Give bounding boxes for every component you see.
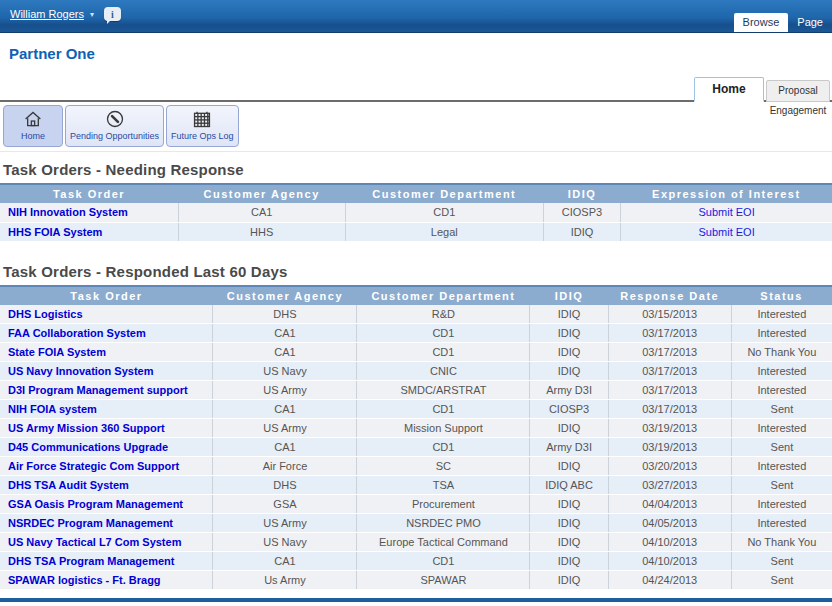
task-order-link[interactable]: HHS FOIA System: [8, 226, 102, 238]
pending-opportunities-icon: [105, 109, 125, 129]
table-row: D45 Communications UpgradeCA1CD1Army D3I…: [0, 438, 832, 457]
cell: Procurement: [357, 495, 530, 514]
table-row: DHS LogisticsDHSR&DIDIQ03/15/2013Interes…: [0, 305, 832, 324]
task-order-link[interactable]: DHS TSA Program Management: [8, 555, 174, 567]
table-row: NIH Innovation SystemCA1CD1CIOSP3Submit …: [0, 203, 832, 222]
cell: IDIQ ABC: [530, 476, 608, 495]
cell: No Thank You: [731, 533, 832, 552]
cell: CIOSP3: [543, 203, 620, 222]
cell: Air Force: [213, 457, 357, 476]
cell: CD1: [357, 552, 530, 571]
cell: IDIQ: [530, 571, 608, 590]
table-row: US Navy Innovation SystemUS NavyCNICIDIQ…: [0, 362, 832, 381]
top-ribbon: William Rogers ▾ i Browse Page: [0, 0, 832, 33]
cell: US Army: [213, 419, 357, 438]
cell: DHS: [213, 476, 357, 495]
task-order-link[interactable]: FAA Collaboration System: [8, 327, 146, 339]
task-order-link[interactable]: SPAWAR logistics - Ft. Bragg: [8, 574, 161, 586]
submit-eoi-link[interactable]: Submit EOI: [698, 226, 754, 238]
cell: Interested: [731, 381, 832, 400]
task-order-link[interactable]: Air Force Strategic Com Support: [8, 460, 179, 472]
tab-home[interactable]: Home: [694, 77, 764, 102]
ribbon-tab-browse[interactable]: Browse: [734, 13, 789, 32]
task-order-link[interactable]: NIH FOIA system: [8, 403, 97, 415]
column-header[interactable]: Expression of Interest: [621, 184, 832, 203]
column-header[interactable]: Customer Agency: [213, 286, 357, 305]
task-order-link[interactable]: GSA Oasis Program Management: [8, 498, 183, 510]
column-header[interactable]: Status: [731, 286, 832, 305]
cell: Interested: [731, 514, 832, 533]
column-header[interactable]: Response Date: [608, 286, 731, 305]
cell: CD1: [357, 400, 530, 419]
task-order-link[interactable]: D45 Communications Upgrade: [8, 441, 168, 453]
cell: Interested: [731, 419, 832, 438]
task-order-link[interactable]: State FOIA System: [8, 346, 106, 358]
task-order-link[interactable]: D3I Program Management support: [8, 384, 188, 396]
site-tab-strip: Home Proposal Engagement: [0, 78, 832, 102]
table-row: DHS TSA Audit SystemDHSTSAIDIQ ABC03/27/…: [0, 476, 832, 495]
column-header[interactable]: Task Order: [0, 286, 213, 305]
cell: 03/17/2013: [608, 381, 731, 400]
cell: TSA: [357, 476, 530, 495]
column-header[interactable]: Customer Agency: [178, 184, 345, 203]
cell: 03/19/2013: [608, 419, 731, 438]
cell: D45 Communications Upgrade: [0, 438, 213, 457]
cell: 03/17/2013: [608, 324, 731, 343]
task-order-link[interactable]: DHS TSA Audit System: [8, 479, 129, 491]
cell: Interested: [731, 324, 832, 343]
ribbon-tab-strip: Browse Page: [734, 13, 832, 32]
cell: Army D3I: [530, 438, 608, 457]
cell: 04/05/2013: [608, 514, 731, 533]
table-row: HHS FOIA SystemHHSLegalIDIQSubmit EOI: [0, 222, 832, 241]
home-button[interactable]: Home: [3, 105, 63, 147]
cell: Sent: [731, 400, 832, 419]
cell: Submit EOI: [621, 203, 832, 222]
ribbon-tab-page[interactable]: Page: [788, 13, 832, 32]
help-info-icon[interactable]: i: [104, 7, 121, 21]
chevron-down-icon: ▾: [90, 10, 94, 19]
cell: 03/19/2013: [608, 438, 731, 457]
cell: Army D3I: [530, 381, 608, 400]
cell: GSA: [213, 495, 357, 514]
task-order-link[interactable]: NSRDEC Program Management: [8, 517, 173, 529]
cell: FAA Collaboration System: [0, 324, 213, 343]
table-row: Air Force Strategic Com SupportAir Force…: [0, 457, 832, 476]
user-menu[interactable]: William Rogers ▾ i: [10, 7, 121, 21]
cell: NSRDEC PMO: [357, 514, 530, 533]
cell: 03/20/2013: [608, 457, 731, 476]
cell: Interested: [731, 362, 832, 381]
column-header[interactable]: Customer Department: [357, 286, 530, 305]
table-row: DHS TSA Program ManagementCA1CD1IDIQ04/1…: [0, 552, 832, 571]
task-order-link[interactable]: US Army Mission 360 Support: [8, 422, 165, 434]
column-header[interactable]: Customer Department: [345, 184, 543, 203]
cell: 04/24/2013: [608, 571, 731, 590]
column-header[interactable]: Task Order: [0, 184, 178, 203]
task-order-link[interactable]: NIH Innovation System: [8, 206, 128, 218]
table-header-row: Task OrderCustomer AgencyCustomer Depart…: [0, 286, 832, 305]
tab-proposal-engagement[interactable]: Proposal Engagement: [766, 80, 830, 102]
task-order-link[interactable]: US Navy Tactical L7 Com System: [8, 536, 181, 548]
cell: Legal: [345, 222, 543, 241]
task-order-link[interactable]: DHS Logistics: [8, 308, 83, 320]
cell: R&D: [357, 305, 530, 324]
submit-eoi-link[interactable]: Submit EOI: [698, 206, 754, 218]
user-name-link[interactable]: William Rogers: [10, 8, 84, 20]
pending-opportunities-button[interactable]: Pending Opportunities: [65, 105, 164, 147]
table-header-row: Task OrderCustomer AgencyCustomer Depart…: [0, 184, 832, 203]
cell: Interested: [731, 457, 832, 476]
cell: US Army: [213, 381, 357, 400]
column-header[interactable]: IDIQ: [543, 184, 620, 203]
future-ops-log-button[interactable]: Future Ops Log: [166, 105, 239, 147]
cell: 03/17/2013: [608, 343, 731, 362]
table-row: State FOIA SystemCA1CD1IDIQ03/17/2013No …: [0, 343, 832, 362]
cell: CD1: [357, 438, 530, 457]
cell: DHS TSA Audit System: [0, 476, 213, 495]
cell: Us Army: [213, 571, 357, 590]
cell: 04/04/2013: [608, 495, 731, 514]
cell: CA1: [213, 400, 357, 419]
cell: DHS: [213, 305, 357, 324]
cell: IDIQ: [530, 324, 608, 343]
task-order-link[interactable]: US Navy Innovation System: [8, 365, 154, 377]
cell: GSA Oasis Program Management: [0, 495, 213, 514]
column-header[interactable]: IDIQ: [530, 286, 608, 305]
